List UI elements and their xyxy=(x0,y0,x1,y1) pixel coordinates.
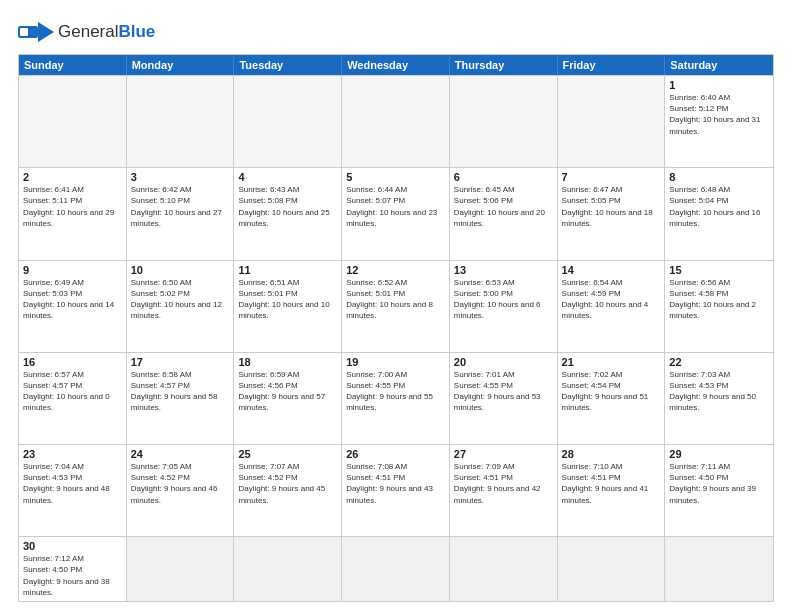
sun-info: Sunrise: 7:11 AM Sunset: 4:50 PM Dayligh… xyxy=(669,461,769,506)
calendar-cell: 12Sunrise: 6:52 AM Sunset: 5:01 PM Dayli… xyxy=(342,261,450,352)
day-number: 22 xyxy=(669,356,769,368)
calendar-cell: 8Sunrise: 6:48 AM Sunset: 5:04 PM Daylig… xyxy=(665,168,773,259)
sun-info: Sunrise: 6:43 AM Sunset: 5:08 PM Dayligh… xyxy=(238,184,337,229)
sun-info: Sunrise: 6:57 AM Sunset: 4:57 PM Dayligh… xyxy=(23,369,122,414)
day-number: 11 xyxy=(238,264,337,276)
day-number: 2 xyxy=(23,171,122,183)
calendar-cell: 29Sunrise: 7:11 AM Sunset: 4:50 PM Dayli… xyxy=(665,445,773,536)
sun-info: Sunrise: 6:53 AM Sunset: 5:00 PM Dayligh… xyxy=(454,277,553,322)
day-number: 26 xyxy=(346,448,445,460)
day-number: 8 xyxy=(669,171,769,183)
calendar-cell: 14Sunrise: 6:54 AM Sunset: 4:59 PM Dayli… xyxy=(558,261,666,352)
sun-info: Sunrise: 7:07 AM Sunset: 4:52 PM Dayligh… xyxy=(238,461,337,506)
day-number: 25 xyxy=(238,448,337,460)
day-number: 12 xyxy=(346,264,445,276)
weekday-header-thursday: Thursday xyxy=(450,55,558,75)
day-number: 27 xyxy=(454,448,553,460)
calendar-cell: 9Sunrise: 6:49 AM Sunset: 5:03 PM Daylig… xyxy=(19,261,127,352)
calendar-cell: 24Sunrise: 7:05 AM Sunset: 4:52 PM Dayli… xyxy=(127,445,235,536)
calendar-cell: 2Sunrise: 6:41 AM Sunset: 5:11 PM Daylig… xyxy=(19,168,127,259)
logo-icon xyxy=(18,18,54,46)
weekday-header-sunday: Sunday xyxy=(19,55,127,75)
day-number: 13 xyxy=(454,264,553,276)
sun-info: Sunrise: 6:58 AM Sunset: 4:57 PM Dayligh… xyxy=(131,369,230,414)
calendar: SundayMondayTuesdayWednesdayThursdayFrid… xyxy=(18,54,774,602)
day-number: 3 xyxy=(131,171,230,183)
sun-info: Sunrise: 6:45 AM Sunset: 5:06 PM Dayligh… xyxy=(454,184,553,229)
day-number: 15 xyxy=(669,264,769,276)
sun-info: Sunrise: 7:10 AM Sunset: 4:51 PM Dayligh… xyxy=(562,461,661,506)
calendar-cell xyxy=(342,76,450,167)
day-number: 16 xyxy=(23,356,122,368)
day-number: 6 xyxy=(454,171,553,183)
day-number: 19 xyxy=(346,356,445,368)
sun-info: Sunrise: 7:03 AM Sunset: 4:53 PM Dayligh… xyxy=(669,369,769,414)
weekday-header-monday: Monday xyxy=(127,55,235,75)
calendar-body: 1Sunrise: 6:40 AM Sunset: 5:12 PM Daylig… xyxy=(19,75,773,601)
calendar-cell: 26Sunrise: 7:08 AM Sunset: 4:51 PM Dayli… xyxy=(342,445,450,536)
sun-info: Sunrise: 6:54 AM Sunset: 4:59 PM Dayligh… xyxy=(562,277,661,322)
header: GeneralBlue xyxy=(18,18,774,46)
sun-info: Sunrise: 6:41 AM Sunset: 5:11 PM Dayligh… xyxy=(23,184,122,229)
svg-rect-2 xyxy=(20,28,28,36)
calendar-cell: 28Sunrise: 7:10 AM Sunset: 4:51 PM Dayli… xyxy=(558,445,666,536)
sun-info: Sunrise: 6:47 AM Sunset: 5:05 PM Dayligh… xyxy=(562,184,661,229)
weekday-header-friday: Friday xyxy=(558,55,666,75)
calendar-cell xyxy=(342,537,450,601)
calendar-cell xyxy=(19,76,127,167)
calendar-cell: 25Sunrise: 7:07 AM Sunset: 4:52 PM Dayli… xyxy=(234,445,342,536)
sun-info: Sunrise: 7:00 AM Sunset: 4:55 PM Dayligh… xyxy=(346,369,445,414)
sun-info: Sunrise: 7:01 AM Sunset: 4:55 PM Dayligh… xyxy=(454,369,553,414)
calendar-cell: 4Sunrise: 6:43 AM Sunset: 5:08 PM Daylig… xyxy=(234,168,342,259)
calendar-cell xyxy=(234,537,342,601)
logo: GeneralBlue xyxy=(18,18,155,46)
calendar-header: SundayMondayTuesdayWednesdayThursdayFrid… xyxy=(19,55,773,75)
calendar-cell xyxy=(665,537,773,601)
sun-info: Sunrise: 6:49 AM Sunset: 5:03 PM Dayligh… xyxy=(23,277,122,322)
sun-info: Sunrise: 7:12 AM Sunset: 4:50 PM Dayligh… xyxy=(23,553,122,598)
sun-info: Sunrise: 6:44 AM Sunset: 5:07 PM Dayligh… xyxy=(346,184,445,229)
calendar-row-1: 2Sunrise: 6:41 AM Sunset: 5:11 PM Daylig… xyxy=(19,167,773,259)
sun-info: Sunrise: 6:59 AM Sunset: 4:56 PM Dayligh… xyxy=(238,369,337,414)
sun-info: Sunrise: 6:42 AM Sunset: 5:10 PM Dayligh… xyxy=(131,184,230,229)
weekday-header-tuesday: Tuesday xyxy=(234,55,342,75)
calendar-cell xyxy=(234,76,342,167)
day-number: 10 xyxy=(131,264,230,276)
day-number: 28 xyxy=(562,448,661,460)
sun-info: Sunrise: 6:40 AM Sunset: 5:12 PM Dayligh… xyxy=(669,92,769,137)
sun-info: Sunrise: 6:56 AM Sunset: 4:58 PM Dayligh… xyxy=(669,277,769,322)
calendar-cell: 20Sunrise: 7:01 AM Sunset: 4:55 PM Dayli… xyxy=(450,353,558,444)
calendar-cell: 19Sunrise: 7:00 AM Sunset: 4:55 PM Dayli… xyxy=(342,353,450,444)
calendar-cell: 27Sunrise: 7:09 AM Sunset: 4:51 PM Dayli… xyxy=(450,445,558,536)
calendar-cell: 17Sunrise: 6:58 AM Sunset: 4:57 PM Dayli… xyxy=(127,353,235,444)
calendar-row-5: 30Sunrise: 7:12 AM Sunset: 4:50 PM Dayli… xyxy=(19,536,773,601)
day-number: 14 xyxy=(562,264,661,276)
calendar-cell xyxy=(127,537,235,601)
calendar-row-4: 23Sunrise: 7:04 AM Sunset: 4:53 PM Dayli… xyxy=(19,444,773,536)
calendar-cell: 11Sunrise: 6:51 AM Sunset: 5:01 PM Dayli… xyxy=(234,261,342,352)
calendar-row-2: 9Sunrise: 6:49 AM Sunset: 5:03 PM Daylig… xyxy=(19,260,773,352)
day-number: 9 xyxy=(23,264,122,276)
sun-info: Sunrise: 7:08 AM Sunset: 4:51 PM Dayligh… xyxy=(346,461,445,506)
day-number: 17 xyxy=(131,356,230,368)
calendar-cell: 21Sunrise: 7:02 AM Sunset: 4:54 PM Dayli… xyxy=(558,353,666,444)
calendar-cell: 23Sunrise: 7:04 AM Sunset: 4:53 PM Dayli… xyxy=(19,445,127,536)
sun-info: Sunrise: 7:04 AM Sunset: 4:53 PM Dayligh… xyxy=(23,461,122,506)
calendar-cell: 22Sunrise: 7:03 AM Sunset: 4:53 PM Dayli… xyxy=(665,353,773,444)
calendar-cell xyxy=(450,537,558,601)
day-number: 23 xyxy=(23,448,122,460)
calendar-cell: 3Sunrise: 6:42 AM Sunset: 5:10 PM Daylig… xyxy=(127,168,235,259)
logo-text: GeneralBlue xyxy=(58,22,155,42)
sun-info: Sunrise: 6:51 AM Sunset: 5:01 PM Dayligh… xyxy=(238,277,337,322)
calendar-cell xyxy=(127,76,235,167)
sun-info: Sunrise: 7:09 AM Sunset: 4:51 PM Dayligh… xyxy=(454,461,553,506)
calendar-cell xyxy=(558,537,666,601)
day-number: 18 xyxy=(238,356,337,368)
calendar-cell: 10Sunrise: 6:50 AM Sunset: 5:02 PM Dayli… xyxy=(127,261,235,352)
calendar-cell: 7Sunrise: 6:47 AM Sunset: 5:05 PM Daylig… xyxy=(558,168,666,259)
calendar-cell: 18Sunrise: 6:59 AM Sunset: 4:56 PM Dayli… xyxy=(234,353,342,444)
calendar-cell: 30Sunrise: 7:12 AM Sunset: 4:50 PM Dayli… xyxy=(19,537,127,601)
calendar-cell: 16Sunrise: 6:57 AM Sunset: 4:57 PM Dayli… xyxy=(19,353,127,444)
sun-info: Sunrise: 7:02 AM Sunset: 4:54 PM Dayligh… xyxy=(562,369,661,414)
calendar-cell xyxy=(558,76,666,167)
